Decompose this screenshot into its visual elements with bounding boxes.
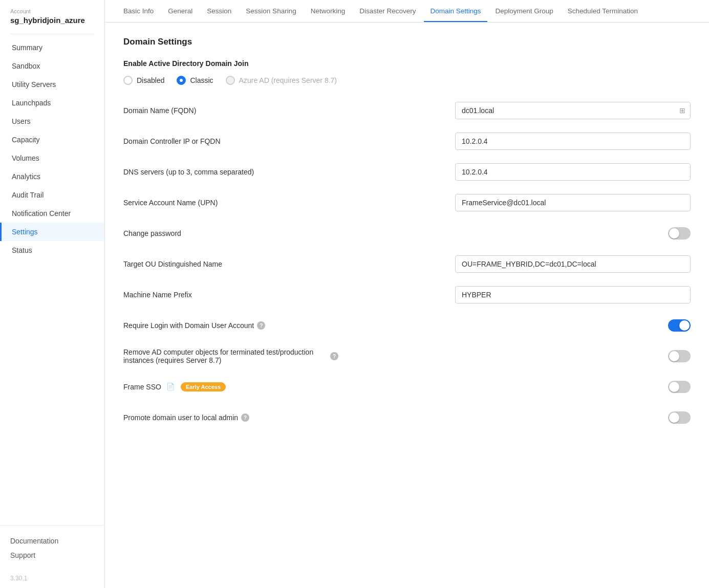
account-label: Account: [0, 8, 104, 15]
sidebar-version: 3.30.1: [0, 571, 104, 588]
input-wrapper-domain-name: ⊞: [455, 102, 691, 119]
sidebar-item-audit-trail[interactable]: Audit Trail: [0, 186, 104, 204]
sidebar-item-analytics[interactable]: Analytics: [0, 167, 104, 186]
toggle-frame-sso[interactable]: [668, 381, 691, 393]
form-control-domain-name: ⊞: [338, 102, 691, 119]
form-row-frame-sso: Frame SSO📄Early Access: [123, 376, 691, 398]
radio-option-classic[interactable]: Classic: [177, 76, 213, 85]
form-row-domain-controller-ip: Domain Controller IP or FQDN: [123, 130, 691, 153]
form-row-service-account-name: Service Account Name (UPN): [123, 191, 691, 214]
toggle-change-password[interactable]: [668, 227, 691, 239]
input-dns-servers[interactable]: [455, 163, 691, 181]
radio-option-azure-ad[interactable]: Azure AD (requires Server 8.7): [226, 76, 337, 85]
form-label-text-dns-servers: DNS servers (up to 3, comma separated): [123, 168, 254, 176]
sidebar-item-utility-servers[interactable]: Utility Servers: [0, 75, 104, 94]
form-row-remove-ad-objects: Remove AD computer objects for terminate…: [123, 345, 691, 367]
form-row-domain-name: Domain Name (FQDN)⊞: [123, 99, 691, 122]
radio-option-disabled[interactable]: Disabled: [123, 76, 164, 85]
form-label-change-password: Change password: [123, 229, 338, 237]
form-label-text-require-login: Require Login with Domain User Account: [123, 321, 254, 330]
sidebar-item-settings[interactable]: Settings: [0, 223, 104, 241]
content-inner: Domain Settings Enable Active Directory …: [105, 23, 709, 458]
form-row-require-login: Require Login with Domain User Account?: [123, 314, 691, 337]
form-control-service-account-name: [338, 194, 691, 211]
input-icon-domain-name: ⊞: [679, 106, 685, 115]
form-label-text-service-account-name: Service Account Name (UPN): [123, 199, 218, 207]
account-name: sg_hybridjoin_azure: [0, 15, 104, 32]
form-label-text-domain-name: Domain Name (FQDN): [123, 106, 196, 115]
input-domain-name[interactable]: [455, 102, 691, 119]
form-control-frame-sso: [338, 381, 691, 393]
form-row-dns-servers: DNS servers (up to 3, comma separated): [123, 161, 691, 183]
form-label-frame-sso: Frame SSO📄Early Access: [123, 382, 338, 391]
form-label-text-domain-controller-ip: Domain Controller IP or FQDN: [123, 137, 221, 145]
help-icon-require-login[interactable]: ?: [257, 321, 265, 330]
sidebar-link-documentation[interactable]: Documentation: [10, 534, 94, 548]
form-label-domain-controller-ip: Domain Controller IP or FQDN: [123, 137, 338, 145]
tab-domain-settings[interactable]: Domain Settings: [424, 0, 487, 22]
content-area: Domain Settings Enable Active Directory …: [105, 23, 709, 588]
radio-circle-disabled: [123, 76, 133, 85]
doc-icon-frame-sso[interactable]: 📄: [166, 383, 174, 391]
form-row-promote-domain-user: Promote domain user to local admin?: [123, 406, 691, 429]
form-control-domain-controller-ip: [338, 133, 691, 150]
toggle-require-login[interactable]: [668, 319, 691, 332]
form-label-require-login: Require Login with Domain User Account?: [123, 321, 338, 330]
tab-networking[interactable]: Networking: [305, 0, 352, 22]
active-directory-label: Enable Active Directory Domain Join: [123, 59, 691, 68]
help-icon-promote-domain-user[interactable]: ?: [241, 413, 249, 422]
tab-deployment-group[interactable]: Deployment Group: [489, 0, 560, 22]
input-machine-name-prefix[interactable]: [455, 286, 691, 303]
form-control-remove-ad-objects: [338, 350, 691, 362]
form-label-promote-domain-user: Promote domain user to local admin?: [123, 413, 338, 422]
form-label-text-remove-ad-objects: Remove AD computer objects for terminate…: [123, 348, 327, 364]
form-control-change-password: [338, 227, 691, 239]
sidebar-item-launchpads[interactable]: Launchpads: [0, 94, 104, 112]
tab-disaster-recovery[interactable]: Disaster Recovery: [353, 0, 422, 22]
sidebar-item-users[interactable]: Users: [0, 112, 104, 130]
form-label-service-account-name: Service Account Name (UPN): [123, 199, 338, 207]
tab-session-sharing[interactable]: Session Sharing: [240, 0, 302, 22]
tab-scheduled-termination[interactable]: Scheduled Termination: [562, 0, 644, 22]
section-title: Domain Settings: [123, 37, 691, 47]
tab-basic-info[interactable]: Basic Info: [117, 0, 160, 22]
radio-label-disabled: Disabled: [137, 76, 164, 84]
sidebar-item-capacity[interactable]: Capacity: [0, 130, 104, 149]
sidebar: Account sg_hybridjoin_azure SummarySandb…: [0, 0, 105, 588]
toggle-remove-ad-objects[interactable]: [668, 350, 691, 362]
form-control-promote-domain-user: [338, 411, 691, 424]
form-row-machine-name-prefix: Machine Name Prefix: [123, 284, 691, 306]
tabs-bar: Basic InfoGeneralSessionSession SharingN…: [105, 0, 709, 23]
tab-general[interactable]: General: [162, 0, 199, 22]
form-label-text-change-password: Change password: [123, 229, 181, 237]
main-content: Basic InfoGeneralSessionSession SharingN…: [105, 0, 709, 588]
radio-circle-azure-ad: [226, 76, 235, 85]
sidebar-item-status[interactable]: Status: [0, 241, 104, 259]
radio-label-azure-ad: Azure AD (requires Server 8.7): [239, 76, 337, 84]
toggle-promote-domain-user[interactable]: [668, 411, 691, 424]
form-label-text-frame-sso: Frame SSO: [123, 383, 161, 391]
form-label-text-machine-name-prefix: Machine Name Prefix: [123, 291, 192, 299]
form-control-require-login: [338, 319, 691, 332]
sidebar-link-support[interactable]: Support: [10, 548, 94, 562]
input-service-account-name[interactable]: [455, 194, 691, 211]
early-access-badge-frame-sso: Early Access: [181, 382, 226, 391]
sidebar-item-volumes[interactable]: Volumes: [0, 149, 104, 167]
form-fields-container: Domain Name (FQDN)⊞Domain Controller IP …: [123, 99, 691, 429]
form-label-text-promote-domain-user: Promote domain user to local admin: [123, 413, 238, 422]
sidebar-nav: SummarySandboxUtility ServersLaunchpadsU…: [0, 38, 104, 526]
input-domain-controller-ip[interactable]: [455, 133, 691, 150]
sidebar-item-summary[interactable]: Summary: [0, 38, 104, 57]
form-row-target-ou: Target OU Distinguished Name: [123, 253, 691, 275]
form-row-change-password: Change password: [123, 222, 691, 245]
sidebar-item-sandbox[interactable]: Sandbox: [0, 57, 104, 75]
tab-session[interactable]: Session: [201, 0, 238, 22]
form-label-machine-name-prefix: Machine Name Prefix: [123, 291, 338, 299]
form-control-dns-servers: [338, 163, 691, 181]
input-target-ou[interactable]: [455, 255, 691, 273]
help-icon-remove-ad-objects[interactable]: ?: [330, 352, 338, 360]
sidebar-item-notification-center[interactable]: Notification Center: [0, 204, 104, 223]
form-label-dns-servers: DNS servers (up to 3, comma separated): [123, 168, 338, 176]
sidebar-divider: [10, 34, 94, 34]
form-label-domain-name: Domain Name (FQDN): [123, 106, 338, 115]
